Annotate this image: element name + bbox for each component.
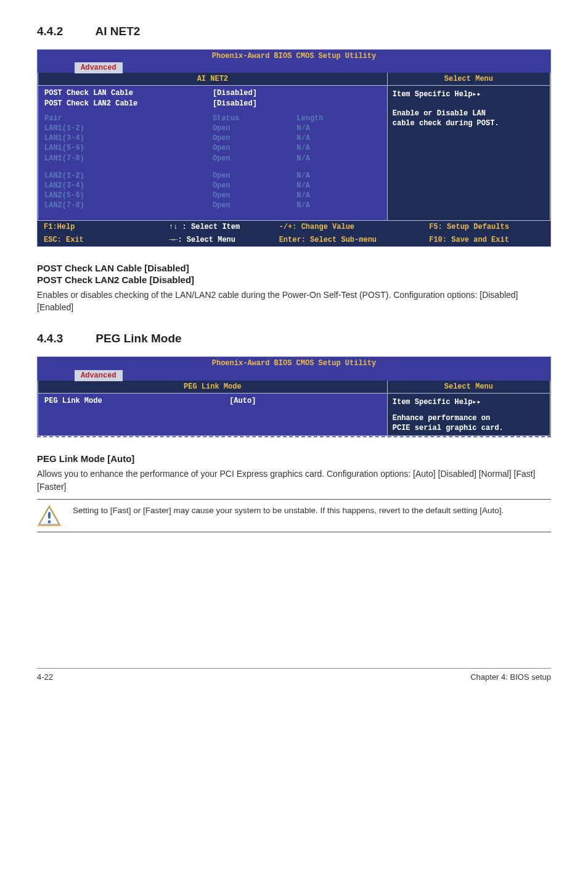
bios-help-line: PCIE serial graphic card. (393, 423, 545, 433)
warning-icon (37, 505, 62, 527)
bios-tab-advanced: Advanced (75, 370, 123, 381)
svg-rect-2 (48, 512, 51, 519)
bios-screenshot-ainet2: Phoenix-Award BIOS CMOS Setup Utility Ad… (37, 49, 551, 247)
bios-tab-row: Advanced (38, 370, 550, 381)
config-body: Allows you to enhance the performance of… (37, 468, 551, 493)
bios-help-line: Enable or Disable LAN (393, 109, 545, 118)
section-title-text: PEG Link Mode (96, 332, 181, 345)
bios-panel-title: PEG Link Mode (38, 381, 387, 394)
bios-screenshot-peglink: Phoenix-Award BIOS CMOS Setup Utility Ad… (37, 357, 551, 437)
section-heading-peglink: 4.4.3 PEG Link Mode (37, 332, 551, 345)
bios-row: POST Check LAN2 Cable [Disabled] (44, 99, 381, 109)
config-body: Enables or disables checking of the LAN/… (37, 289, 551, 314)
page-footer: 4-22 Chapter 4: BIOS setup (37, 668, 551, 682)
bios-right-header: Select Menu (388, 381, 550, 394)
warning-text: Setting to [Fast] or [Faster] may cause … (73, 505, 551, 517)
bios-tab-row: Advanced (38, 62, 550, 73)
bios-title: Phoenix-Award BIOS CMOS Setup Utility (38, 50, 550, 62)
bios-help-line: Item Specific Help▸▸ (393, 89, 545, 99)
bios-title: Phoenix-Award BIOS CMOS Setup Utility (38, 357, 550, 369)
chapter-label: Chapter 4: BIOS setup (470, 672, 551, 682)
bios-row: LAN2(7-8)OpenN/A (44, 200, 381, 210)
bios-panel-title: AI NET2 (38, 73, 387, 86)
page-number: 4-22 (37, 672, 53, 682)
bios-right-panel: Select Menu Item Specific Help▸▸ Enable … (388, 73, 550, 221)
bios-footer: F1:Help ↑↓ : Select Item -/+: Change Val… (38, 221, 550, 233)
section-title-text: AI NET2 (96, 25, 141, 38)
config-heading: POST Check LAN2 Cable [Disabled] (37, 274, 551, 285)
bios-help-line: Item Specific Help▸▸ (393, 397, 545, 407)
bios-help-line: cable check during POST. (393, 118, 545, 128)
bios-left-panel: AI NET2 POST Check LAN Cable [Disabled] … (38, 73, 388, 221)
warning-note: Setting to [Fast] or [Faster] may cause … (37, 499, 551, 532)
bios-row: LAN2(3-4)OpenN/A (44, 181, 381, 191)
bios-row: LAN2(1-2)OpenN/A (44, 171, 381, 181)
section-number: 4.4.2 (37, 25, 92, 38)
bios-left-panel: PEG Link Mode PEG Link Mode [Auto] (38, 381, 388, 437)
bios-help-line: Enhance performance on (393, 413, 545, 423)
bios-row: PEG Link Mode [Auto] (44, 396, 381, 406)
bios-row: LAN1(5-6)OpenN/A (44, 143, 381, 153)
bios-footer: ESC: Exit →←: Select Menu Enter: Select … (38, 234, 550, 246)
bios-header-row: Pair Status Length (44, 113, 381, 123)
bios-row: LAN1(3-4)OpenN/A (44, 133, 381, 143)
section-number: 4.4.3 (37, 332, 92, 345)
bios-tab-advanced: Advanced (75, 62, 123, 73)
bios-row: LAN1(1-2)OpenN/A (44, 123, 381, 133)
bios-row: POST Check LAN Cable [Disabled] (44, 88, 381, 98)
config-heading: PEG Link Mode [Auto] (37, 453, 551, 464)
bios-row: LAN1(7-8)OpenN/A (44, 154, 381, 163)
section-heading-ainet2: 4.4.2 AI NET2 (37, 25, 551, 38)
bios-right-panel: Select Menu Item Specific Help▸▸ Enhance… (388, 381, 550, 437)
config-heading: POST Check LAN Cable [Disabled] (37, 263, 551, 273)
bios-right-header: Select Menu (388, 73, 550, 86)
bios-row: LAN2(5-6)OpenN/A (44, 191, 381, 200)
svg-point-3 (48, 521, 51, 524)
